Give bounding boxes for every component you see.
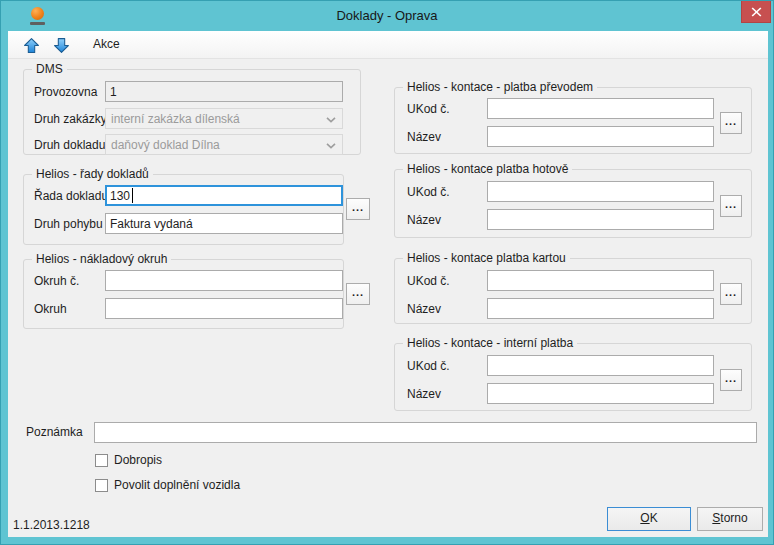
druh-dokladu-value: daňový doklad Dílna	[111, 138, 220, 152]
nazev-label: Název	[407, 387, 441, 401]
hotove-browse-button[interactable]: ...	[720, 195, 742, 217]
druh-dokladu-label: Druh dokladu	[34, 138, 105, 152]
kartou-browse-button[interactable]: ...	[720, 283, 742, 305]
field-row: Název	[395, 298, 751, 319]
field-row: UKod č.	[395, 98, 751, 119]
move-up-button[interactable]	[22, 36, 40, 54]
toolbar: Akce	[8, 31, 768, 59]
kartou-nazev-input[interactable]	[487, 298, 714, 319]
field-row: UKod č.	[395, 355, 751, 376]
storno-button[interactable]: Storno	[697, 507, 763, 531]
ukod-label: UKod č.	[407, 359, 450, 373]
druh-pohybu-input[interactable]	[105, 213, 343, 234]
druh-pohybu-label: Druh pohybu	[34, 217, 103, 231]
rada-dokladu-label: Řada dokladu	[34, 189, 108, 203]
group-platba-kartou: Helios - kontace platba kartou UKod č. N…	[394, 258, 752, 324]
close-button[interactable]	[741, 1, 771, 23]
group-rady-dokladu: Helios - řady dokladů Řada dokladu Druh …	[23, 174, 344, 245]
ok-button[interactable]: OK	[607, 507, 691, 531]
text-caret	[132, 188, 133, 203]
version-text: 1.1.2013.1218	[13, 518, 90, 532]
ukod-label: UKod č.	[407, 185, 450, 199]
prevodem-browse-button[interactable]: ...	[720, 112, 742, 134]
window-title: Doklady - Oprava	[1, 8, 773, 23]
field-row: UKod č.	[395, 181, 751, 202]
rada-dokladu-browse-button[interactable]: ...	[346, 198, 370, 220]
dialog-window: Doklady - Oprava	[0, 0, 774, 545]
menu-akce[interactable]: Akce	[86, 31, 127, 58]
ok-accel: O	[640, 511, 649, 525]
field-row: Název	[395, 126, 751, 147]
ukod-label: UKod č.	[407, 102, 450, 116]
okruh-c-input[interactable]	[105, 270, 343, 291]
arrow-up-icon	[23, 37, 40, 54]
title-bar[interactable]: Doklady - Oprava	[1, 1, 773, 31]
group-kartou-title: Helios - kontace platba kartou	[403, 251, 570, 266]
provozovna-input	[105, 81, 343, 102]
group-interni-platba: Helios - kontace - interní platba UKod č…	[394, 343, 752, 411]
povolit-doplneni-checkbox-row: Povolit doplnění vozidla	[95, 478, 240, 492]
field-row: Název	[395, 209, 751, 230]
group-rady-title: Helios - řady dokladů	[32, 167, 153, 182]
povolit-doplneni-checkbox[interactable]	[95, 479, 108, 492]
prevodem-nazev-input[interactable]	[487, 126, 714, 147]
druh-zakazky-label: Druh zakázky	[34, 112, 107, 126]
dobropis-label: Dobropis	[114, 453, 162, 467]
hotove-nazev-input[interactable]	[487, 209, 714, 230]
okruh-c-label: Okruh č.	[34, 274, 79, 288]
field-row: Druh zakázky interní zakázka dílenská	[24, 108, 360, 129]
interni-browse-button[interactable]: ...	[720, 369, 742, 391]
storno-rest: torno	[720, 511, 747, 525]
okruh-browse-button[interactable]: ...	[346, 283, 370, 305]
close-icon	[751, 7, 762, 17]
field-row: Řada dokladu	[24, 185, 343, 206]
druh-zakazky-value: interní zakázka dílenská	[111, 112, 240, 126]
group-okruh-title: Helios - nákladový okruh	[32, 252, 171, 267]
prevodem-ukod-input[interactable]	[487, 98, 714, 119]
move-down-button[interactable]	[52, 36, 70, 54]
ukod-label: UKod č.	[407, 274, 450, 288]
field-row: Okruh	[24, 298, 343, 319]
rada-dokladu-input[interactable]	[105, 185, 343, 206]
dialog-body: Akce DMS Provozovna Druh zakázky interní…	[8, 31, 768, 537]
group-interni-title: Helios - kontace - interní platba	[403, 336, 577, 351]
group-dms: DMS Provozovna Druh zakázky interní zaká…	[23, 69, 361, 155]
field-row: Druh pohybu	[24, 213, 343, 234]
field-row: Provozovna	[24, 81, 360, 102]
chevron-down-icon	[326, 143, 336, 149]
dobropis-checkbox[interactable]	[95, 454, 108, 467]
interni-nazev-input[interactable]	[487, 383, 714, 404]
dobropis-checkbox-row: Dobropis	[95, 453, 162, 467]
group-dms-title: DMS	[32, 62, 67, 77]
okruh-label: Okruh	[34, 302, 67, 316]
group-hotove-title: Helios - kontace platba hotově	[403, 162, 572, 177]
poznamka-input[interactable]	[94, 422, 757, 443]
field-row: UKod č.	[395, 270, 751, 291]
group-nakladovy-okruh: Helios - nákladový okruh Okruh č. Okruh	[23, 259, 344, 329]
chevron-down-icon	[326, 117, 336, 123]
ok-rest: K	[650, 511, 658, 525]
poznamka-label: Poznámka	[26, 425, 83, 439]
hotove-ukod-input[interactable]	[487, 181, 714, 202]
group-platba-prevodem: Helios - kontace - platba převodem UKod …	[394, 87, 752, 154]
nazev-label: Název	[407, 213, 441, 227]
okruh-input[interactable]	[105, 298, 343, 319]
kartou-ukod-input[interactable]	[487, 270, 714, 291]
field-row: Druh dokladu daňový doklad Dílna	[24, 134, 360, 155]
druh-zakazky-select: interní zakázka dílenská	[105, 108, 343, 129]
nazev-label: Název	[407, 302, 441, 316]
provozovna-label: Provozovna	[34, 85, 97, 99]
group-prevodem-title: Helios - kontace - platba převodem	[403, 80, 597, 95]
group-platba-hotove: Helios - kontace platba hotově UKod č. N…	[394, 169, 752, 238]
field-row: Okruh č.	[24, 270, 343, 291]
druh-dokladu-select: daňový doklad Dílna	[105, 134, 343, 155]
povolit-doplneni-label: Povolit doplnění vozidla	[114, 478, 240, 492]
arrow-down-icon	[53, 37, 70, 54]
nazev-label: Název	[407, 130, 441, 144]
field-row: Název	[395, 383, 751, 404]
interni-ukod-input[interactable]	[487, 355, 714, 376]
